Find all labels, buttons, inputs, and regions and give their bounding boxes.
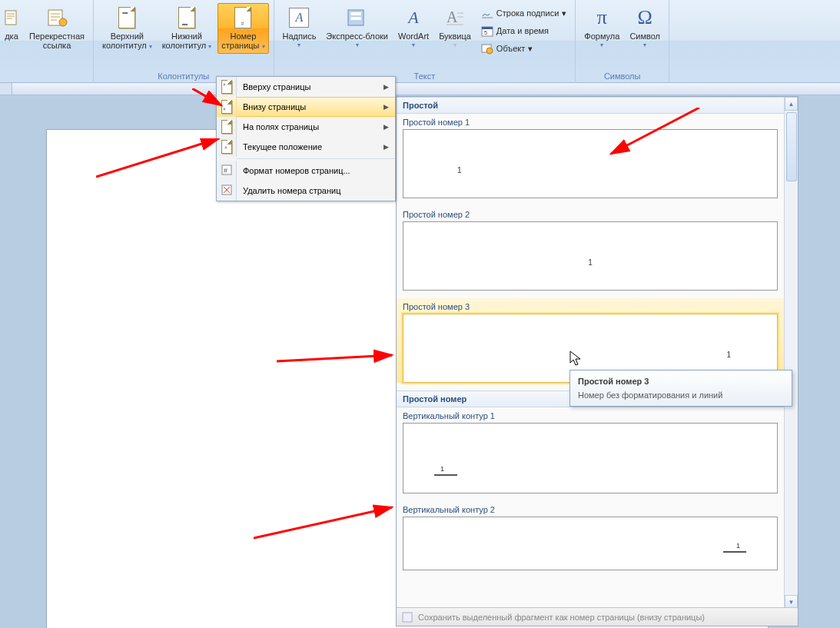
wordart-label: WordArt bbox=[398, 32, 429, 41]
gallery-item1-preview: 1 bbox=[403, 129, 778, 198]
mouse-cursor-icon bbox=[569, 351, 582, 367]
submenu-arrow-icon: ▶ bbox=[383, 123, 395, 131]
quickparts-label: Экспресс-блоки bbox=[326, 32, 388, 41]
menu-margins-label: На полях страницы bbox=[243, 122, 319, 131]
ribbon-group-symbols: π Формула ▾ Ω Символ ▾ Символы bbox=[576, 0, 669, 83]
current-position-icon: # bbox=[221, 140, 232, 154]
ribbon-group-headers: ▬ Верхнийколонтитул ▾ ▬ Нижнийколонтитул… bbox=[94, 0, 274, 83]
signature-icon bbox=[481, 7, 493, 19]
textbox-button[interactable]: A Надпись ▾ bbox=[279, 3, 320, 51]
ribbon-group-text: A Надпись ▾ Экспресс-блоки ▾ A WordArt ▾… bbox=[274, 0, 576, 83]
menu-separator bbox=[237, 158, 395, 159]
chevron-down-icon: ▾ bbox=[262, 43, 265, 50]
dropcap-icon: A bbox=[443, 5, 467, 30]
wordart-button[interactable]: A WordArt ▾ bbox=[394, 3, 433, 51]
preview-page-number: 1 bbox=[736, 542, 740, 550]
scroll-up-button[interactable]: ▲ bbox=[785, 97, 798, 111]
ribbon-group-links: дка Перекрестная ссылка bbox=[0, 0, 94, 83]
tooltip-title: Простой номер 3 bbox=[578, 377, 784, 386]
pi-icon: π bbox=[589, 5, 614, 30]
symbol-button[interactable]: Ω Символ ▾ bbox=[626, 3, 664, 51]
gallery-section-simple: Простой bbox=[397, 97, 784, 114]
page-number-button[interactable]: # Номерстраницы ▾ bbox=[217, 3, 268, 54]
wordart-icon: A bbox=[401, 5, 426, 30]
date-time-icon: 5 bbox=[481, 25, 493, 37]
object-icon bbox=[481, 42, 493, 55]
date-time-button[interactable]: 5 Дата и время bbox=[477, 22, 570, 39]
quickparts-button[interactable]: Экспресс-блоки ▾ bbox=[322, 3, 392, 51]
cross-reference-label-2: Перекрестная ссылка bbox=[29, 32, 85, 50]
svg-text:5: 5 bbox=[484, 30, 487, 35]
gallery-item-simple-2[interactable]: Простой номер 2 1 bbox=[397, 206, 784, 291]
page-number-dropdown: # Вверху страницы ▶ # Внизу страницы ▶ Н… bbox=[216, 76, 396, 201]
gallery-item-simple-1[interactable]: Простой номер 1 1 bbox=[397, 114, 784, 198]
symbols-group-label: Символы bbox=[580, 70, 664, 83]
svg-rect-5 bbox=[350, 17, 361, 20]
svg-text:#: # bbox=[224, 167, 227, 174]
cross-reference-button-2[interactable]: Перекрестная ссылка bbox=[25, 3, 88, 52]
dropcap-button[interactable]: A Буквица ▾ bbox=[435, 3, 475, 51]
page-bottom-icon: # bbox=[221, 100, 232, 114]
gallery-tooltip: Простой номер 3 Номер без форматирования… bbox=[569, 370, 792, 407]
menu-remove-numbers[interactable]: Удалить номера страниц bbox=[217, 181, 395, 201]
menu-top-label: Вверху страницы bbox=[243, 82, 310, 91]
gallery-item3-title: Простой номер 3 bbox=[397, 298, 784, 314]
gallery-item2-preview: 1 bbox=[403, 221, 778, 291]
chevron-down-icon: ▾ bbox=[149, 43, 152, 50]
gallery-item2-title: Простой номер 2 bbox=[397, 206, 784, 221]
header-bottom-button[interactable]: ▬ Нижнийколонтитул ▾ bbox=[158, 3, 216, 54]
links-group-label bbox=[0, 70, 88, 83]
menu-top-of-page[interactable]: # Вверху страницы ▶ bbox=[217, 77, 395, 97]
gallery-item-contour-1[interactable]: Вертикальный контур 1 1 bbox=[397, 407, 784, 493]
svg-point-11 bbox=[486, 48, 493, 54]
textbox-icon: A bbox=[287, 5, 311, 30]
gallery-scrollbar[interactable]: ▲ ▼ bbox=[784, 97, 798, 607]
gallery-item4-preview: 1 bbox=[403, 423, 778, 493]
signature-line-button[interactable]: Строка подписи ▾ bbox=[477, 5, 570, 22]
svg-rect-15 bbox=[403, 613, 412, 622]
header-top-icon: ▬ bbox=[115, 5, 139, 30]
header-top-button[interactable]: ▬ Верхнийколонтитул ▾ bbox=[98, 3, 156, 54]
chevron-down-icon: ▾ bbox=[643, 42, 646, 48]
preview-page-number: 1 bbox=[457, 166, 462, 174]
page-margins-icon bbox=[221, 120, 232, 134]
date-time-label: Дата и время bbox=[496, 26, 549, 35]
scroll-thumb[interactable] bbox=[786, 112, 797, 181]
preview-page-number: 1 bbox=[440, 465, 444, 473]
save-fragment-label: Сохранить выделенный фрагмент как номер … bbox=[418, 613, 705, 622]
menu-bottom-label: Внизу страницы bbox=[243, 102, 306, 111]
ruler-horizontal[interactable] bbox=[12, 83, 840, 95]
cross-reference-icon bbox=[4, 5, 19, 30]
svg-point-2 bbox=[59, 18, 67, 26]
scroll-track[interactable] bbox=[785, 112, 798, 595]
cross-reference-label: дка bbox=[5, 32, 18, 41]
gallery-item1-title: Простой номер 1 bbox=[397, 114, 784, 129]
chevron-down-icon: ▾ bbox=[528, 44, 533, 54]
menu-currentpos-label: Текущее положение bbox=[243, 142, 322, 151]
chevron-down-icon: ▾ bbox=[297, 42, 300, 48]
gallery-item-contour-2[interactable]: Вертикальный контур 2 1 bbox=[397, 501, 784, 570]
cross-reference-button[interactable]: дка bbox=[0, 3, 23, 43]
chevron-down-icon: ▾ bbox=[412, 42, 415, 48]
preview-page-number: 1 bbox=[726, 351, 731, 359]
tooltip-description: Номер без форматирования и линий bbox=[578, 390, 784, 400]
menu-current-position[interactable]: # Текущее положение ▶ bbox=[217, 137, 395, 157]
menu-format-numbers[interactable]: # Формат номеров страниц... bbox=[217, 161, 395, 181]
submenu-arrow-icon: ▶ bbox=[383, 143, 395, 151]
object-button[interactable]: Объект ▾ bbox=[477, 40, 570, 57]
formula-label: Формула bbox=[584, 32, 619, 41]
dropcap-label: Буквица bbox=[439, 32, 471, 41]
menu-page-margins[interactable]: На полях страницы ▶ bbox=[217, 117, 395, 137]
gallery-item5-title: Вертикальный контур 2 bbox=[397, 501, 784, 517]
header-bottom-label: Нижнийколонтитул ▾ bbox=[162, 32, 212, 52]
page-top-icon: # bbox=[221, 80, 232, 94]
gallery-save-fragment: Сохранить выделенный фрагмент как номер … bbox=[397, 607, 798, 626]
omega-icon: Ω bbox=[632, 5, 657, 30]
page-number-label: Номерстраницы ▾ bbox=[221, 32, 264, 52]
submenu-arrow-icon: ▶ bbox=[383, 83, 395, 91]
preview-page-number: 1 bbox=[588, 258, 593, 267]
menu-format-label: Формат номеров страниц... bbox=[243, 166, 350, 175]
menu-bottom-of-page[interactable]: # Внизу страницы ▶ bbox=[217, 97, 395, 117]
formula-button[interactable]: π Формула ▾ bbox=[580, 3, 623, 51]
cross-reference-icon-2 bbox=[45, 5, 69, 30]
